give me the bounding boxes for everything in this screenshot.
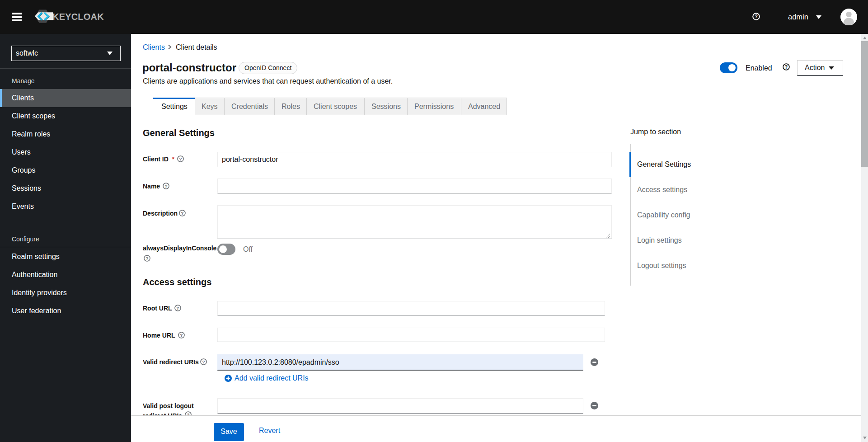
svg-text:?: ? — [181, 211, 183, 216]
svg-text:?: ? — [202, 359, 205, 364]
svg-text:?: ? — [176, 306, 179, 310]
svg-text:?: ? — [145, 256, 148, 261]
svg-text:?: ? — [755, 14, 758, 19]
svg-text:?: ? — [785, 64, 788, 70]
svg-text:?: ? — [164, 183, 167, 188]
svg-text:?: ? — [179, 156, 182, 161]
svg-text:?: ? — [180, 333, 183, 338]
svg-text:KEYCLOAK: KEYCLOAK — [52, 12, 104, 22]
